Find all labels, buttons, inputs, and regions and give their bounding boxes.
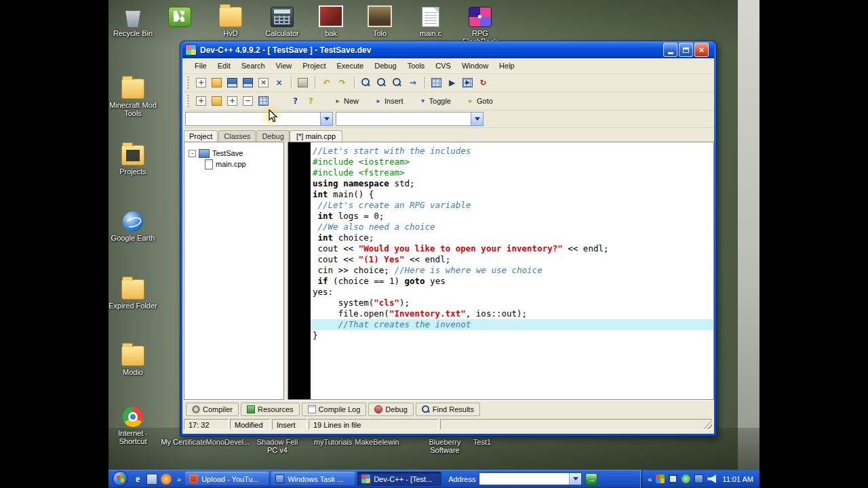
- tab-find-results[interactable]: Find Results: [416, 403, 480, 416]
- compile-icon[interactable]: [429, 76, 443, 89]
- chevron-down-icon[interactable]: [569, 473, 581, 485]
- class-browser-combo[interactable]: [336, 112, 484, 126]
- code-line-18: }: [311, 330, 713, 341]
- minimize-button[interactable]: [663, 43, 677, 57]
- find-icon[interactable]: [359, 76, 373, 89]
- chevron-down-icon[interactable]: [471, 113, 483, 125]
- remove-from-project-icon[interactable]: −: [241, 94, 255, 108]
- menu-file[interactable]: File: [189, 60, 212, 72]
- close-button[interactable]: ×: [694, 43, 709, 57]
- desktop-icon-google-earth[interactable]: Google Earth: [108, 209, 157, 242]
- desktop-icon-projects[interactable]: Projects: [108, 142, 157, 176]
- find-next-icon[interactable]: [390, 76, 404, 89]
- desktop-icon-expired-folder[interactable]: Expired Folder: [108, 277, 157, 310]
- add-to-project-icon[interactable]: +: [225, 94, 239, 108]
- menu-tools[interactable]: Tools: [402, 60, 431, 72]
- menu-edit[interactable]: Edit: [212, 60, 236, 72]
- quick-launch-overflow-chevron[interactable]: »: [176, 475, 182, 483]
- tray-messenger-icon[interactable]: [656, 474, 665, 483]
- task-upload-youtube[interactable]: Upload - YouTu...: [185, 472, 269, 486]
- notepad-plus-icon: [168, 7, 191, 27]
- tab-resources[interactable]: Resources: [241, 403, 300, 416]
- open-project-icon[interactable]: [210, 94, 224, 108]
- menu-view[interactable]: View: [271, 60, 298, 72]
- close-file-icon[interactable]: ×: [256, 76, 271, 89]
- tab-main-cpp[interactable]: [*] main.cpp: [290, 130, 342, 142]
- insert-button[interactable]: ▸Insert: [370, 95, 409, 107]
- code-token: int: [318, 211, 334, 221]
- code-token: file.open(: [313, 308, 389, 319]
- desktop-icon-internet-shortcut[interactable]: Internet - Shortcut: [108, 404, 157, 445]
- menu-project[interactable]: Project: [297, 60, 331, 72]
- address-input[interactable]: [479, 472, 582, 485]
- tab-project[interactable]: Project: [184, 130, 218, 142]
- save-all-icon[interactable]: [241, 76, 255, 89]
- task-devcpp[interactable]: Dev-C++ - [Test...: [357, 472, 441, 486]
- code-area[interactable]: //Let's start with the includes#include …: [311, 142, 713, 399]
- desktop-icon-recycle-bin[interactable]: Recycle Bin: [108, 4, 157, 37]
- print-icon[interactable]: [296, 76, 310, 89]
- tree-expander-icon[interactable]: -: [189, 150, 196, 157]
- desktop-icon-notepad-plus[interactable]: [155, 4, 204, 29]
- desktop-icon-rpg-flashback[interactable]: RPG FlashBack: [456, 4, 505, 45]
- tab-classes[interactable]: Classes: [218, 130, 256, 142]
- new-project-icon[interactable]: +: [194, 94, 208, 108]
- resize-grip[interactable]: [440, 419, 713, 430]
- editor-tabs: [*] main.cpp: [285, 130, 714, 142]
- tray-display-icon[interactable]: [669, 474, 677, 483]
- save-icon[interactable]: [225, 76, 239, 89]
- redo-icon[interactable]: ↷: [335, 76, 349, 89]
- tree-node-testsave[interactable]: - TestSave: [184, 148, 283, 159]
- replace-icon[interactable]: [374, 76, 389, 89]
- desktop-icon-calculator[interactable]: Calculator: [258, 4, 307, 37]
- tray-volume-icon[interactable]: [707, 474, 716, 483]
- goto-button[interactable]: ▸Goto: [462, 95, 498, 107]
- toggle-button[interactable]: ▾Toggle: [414, 95, 456, 107]
- new-source-icon[interactable]: +: [194, 76, 208, 89]
- desktop-icon-modio[interactable]: Modio: [108, 343, 157, 376]
- desktop-icon-hvd[interactable]: HvD: [206, 4, 255, 37]
- desktop-icon-bak[interactable]: bak: [307, 4, 355, 37]
- start-button[interactable]: [113, 471, 128, 487]
- rebuild-icon[interactable]: ↻: [476, 76, 490, 89]
- menu-cvs[interactable]: CVS: [430, 60, 456, 72]
- code-token: );: [399, 298, 410, 308]
- compile-run-icon[interactable]: ▶: [460, 76, 475, 89]
- tab-compile-log[interactable]: Compile Log: [302, 403, 367, 416]
- desktop-icon-tolo[interactable]: Tolo: [355, 4, 404, 37]
- quicklaunch-internet-icon[interactable]: e: [132, 474, 143, 485]
- undo-icon[interactable]: ↶: [319, 76, 334, 89]
- help-icon[interactable]: ?: [288, 94, 302, 108]
- tab-compiler[interactable]: Compiler: [186, 403, 239, 416]
- tray-antivirus-icon[interactable]: [682, 474, 690, 483]
- menu-search[interactable]: Search: [236, 60, 271, 72]
- menu-debug[interactable]: Debug: [369, 60, 401, 72]
- folder-dark-icon: [108, 142, 157, 165]
- chevron-down-icon[interactable]: [320, 113, 332, 125]
- open-file-icon[interactable]: [210, 76, 224, 89]
- address-go-button[interactable]: →: [585, 473, 597, 485]
- new-button[interactable]: ▸New: [329, 95, 364, 107]
- code-editor[interactable]: //Let's start with the includes#include …: [288, 142, 714, 400]
- tab-debug[interactable]: Debug: [256, 130, 289, 142]
- goto-line-icon[interactable]: →: [406, 76, 420, 89]
- quicklaunch-media-icon[interactable]: [161, 474, 172, 485]
- desktop-icon-minecraft-mod-tools[interactable]: Minecraft Mod Tools: [108, 76, 157, 117]
- tray-network-icon[interactable]: [694, 474, 703, 483]
- menu-window[interactable]: Window: [456, 60, 494, 72]
- tab-debug[interactable]: Debug: [368, 403, 413, 416]
- title-bar[interactable]: Dev-C++ 4.9.9.2 - [ TestSave ] - TestSav…: [182, 41, 714, 58]
- tray-collapse-chevron[interactable]: «: [648, 475, 652, 483]
- undo-icon: ↶: [321, 78, 332, 87]
- quicklaunch-show-desktop-icon[interactable]: [146, 474, 157, 485]
- close-all-icon[interactable]: ×: [272, 76, 286, 89]
- run-icon[interactable]: ▶: [445, 76, 459, 89]
- task-windows-task[interactable]: Windows Task ...: [271, 472, 355, 486]
- context-help-icon[interactable]: ?: [304, 94, 318, 108]
- print-icon: [298, 78, 308, 87]
- menu-help[interactable]: Help: [494, 60, 520, 72]
- desktop-icon-main-c[interactable]: main.c: [406, 4, 455, 37]
- maximize-button[interactable]: [679, 43, 693, 57]
- menu-execute[interactable]: Execute: [331, 60, 369, 72]
- tree-node-main-cpp[interactable]: main.cpp: [184, 159, 283, 169]
